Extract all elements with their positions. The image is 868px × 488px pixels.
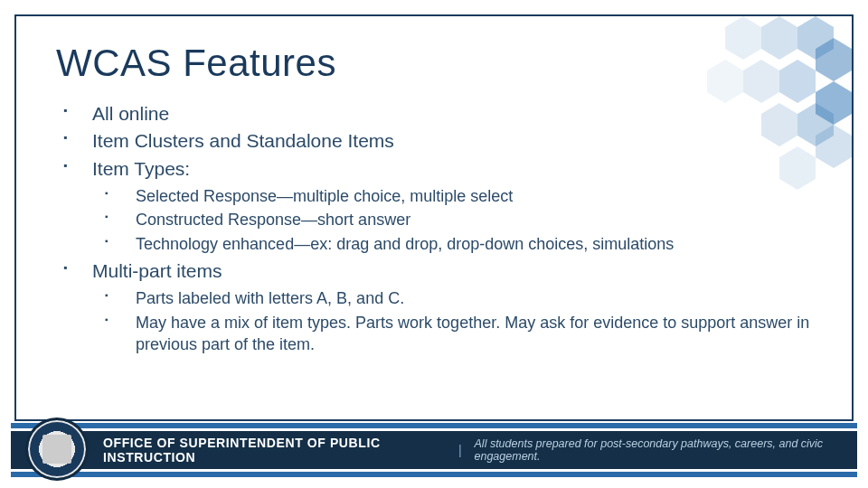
footer-divider: | — [458, 443, 462, 457]
seal-building-icon — [42, 435, 71, 464]
bullet-item: All online — [61, 101, 816, 127]
footer: OFFICE OF SUPERINTENDENT OF PUBLIC INSTR… — [0, 423, 868, 479]
sub-bullet-list: Parts labeled with letters A, B, and C. … — [92, 287, 816, 355]
bullet-text: Multi-part items — [92, 260, 222, 281]
sub-bullet-item: Constructed Response—short answer — [92, 209, 816, 230]
sub-bullet-item: Technology enhanced—ex: drag and drop, d… — [92, 233, 816, 255]
bullet-item: Item Clusters and Standalone Items — [61, 128, 816, 154]
footer-accent-top — [11, 423, 857, 428]
bullet-list: All online Item Clusters and Standalone … — [56, 101, 816, 355]
slide-title: WCAS Features — [56, 42, 816, 85]
svg-marker-2 — [816, 38, 852, 81]
bullet-text: Item Types: — [92, 158, 190, 179]
sub-bullet-item: May have a mix of item types. Parts work… — [92, 312, 816, 356]
seal-icon — [25, 418, 89, 481]
footer-bar: OFFICE OF SUPERINTENDENT OF PUBLIC INSTR… — [11, 431, 857, 469]
bullet-item: Item Types: Selected Response—multiple c… — [61, 156, 816, 255]
bullet-item: Multi-part items Parts labeled with lett… — [61, 258, 816, 355]
footer-office: OFFICE OF SUPERINTENDENT OF PUBLIC INSTR… — [103, 436, 446, 465]
svg-marker-5 — [816, 81, 852, 125]
footer-accent-bottom — [11, 472, 857, 477]
sub-bullet-list: Selected Response—multiple choice, multi… — [92, 185, 816, 255]
sub-bullet-item: Parts labeled with letters A, B, and C. — [92, 287, 816, 309]
svg-marker-8 — [816, 125, 852, 168]
slide-frame: WCAS Features All online Item Clusters a… — [14, 14, 854, 421]
sub-bullet-item: Selected Response—multiple choice, multi… — [92, 185, 816, 207]
footer-tagline: All students prepared for post-secondary… — [475, 437, 857, 463]
